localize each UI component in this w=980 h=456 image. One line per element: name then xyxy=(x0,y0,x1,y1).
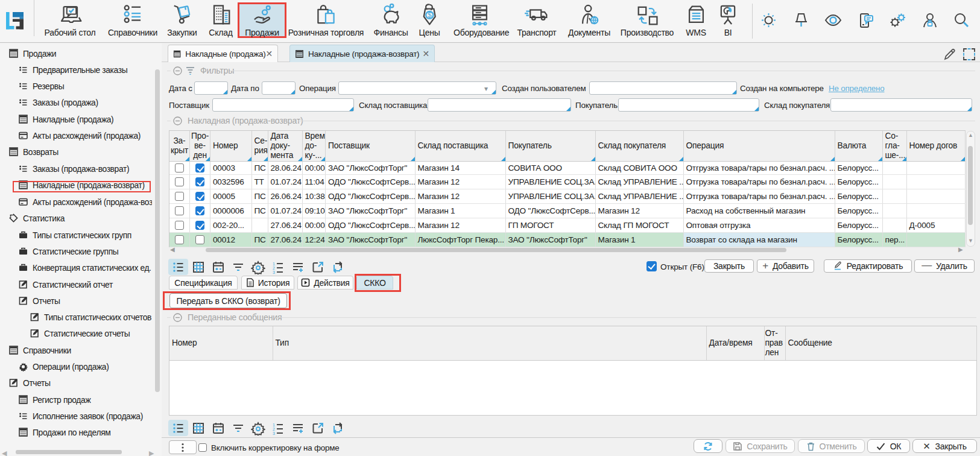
svg-text:$: $ xyxy=(427,11,431,19)
svg-text:3: 3 xyxy=(273,270,275,274)
svg-text:3: 3 xyxy=(273,431,275,435)
svg-text:1: 1 xyxy=(273,261,275,265)
svg-text:1: 1 xyxy=(273,422,275,426)
svg-text:2: 2 xyxy=(273,265,275,270)
svg-text:2: 2 xyxy=(273,426,275,431)
